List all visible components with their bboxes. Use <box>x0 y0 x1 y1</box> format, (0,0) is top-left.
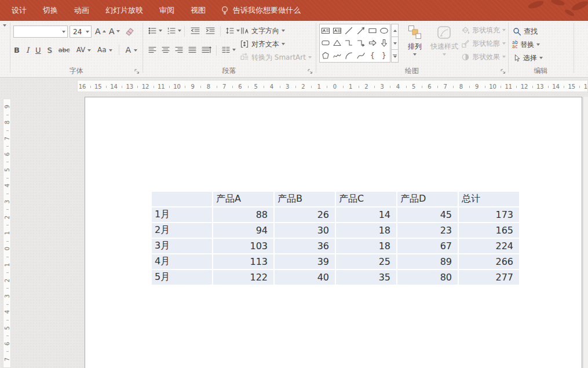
shape-line[interactable] <box>343 24 355 37</box>
table-cell[interactable]: 45 <box>397 207 458 222</box>
table-header-cell[interactable]: 产品A <box>213 192 273 206</box>
table-cell[interactable]: 113 <box>213 254 273 269</box>
table-cell[interactable]: 277 <box>459 270 519 285</box>
arrange-button[interactable]: 排列 <box>402 25 428 56</box>
distribute-text-button[interactable] <box>201 45 211 54</box>
table-header-cell[interactable]: 产品B <box>275 192 335 206</box>
increase-indent-button[interactable] <box>205 26 216 35</box>
table-cell[interactable]: 89 <box>397 254 458 269</box>
vertical-ruler[interactable]: 987654321012345678 <box>3 99 11 368</box>
horizontal-ruler[interactable]: 1615141312111098765432101234567891011121… <box>77 80 588 92</box>
table-cell[interactable]: 173 <box>459 207 519 222</box>
menu-tab-2[interactable]: 切换 <box>35 0 66 21</box>
strikethrough-button[interactable]: abc <box>59 46 70 54</box>
shape-triangle[interactable] <box>331 37 343 50</box>
bold-button[interactable]: B <box>14 46 20 54</box>
align-text-button[interactable]: 对齐文本 <box>240 38 285 50</box>
justify-button[interactable] <box>188 45 197 54</box>
increase-font-size-button[interactable]: A <box>95 27 106 36</box>
shape-brace-right[interactable]: } <box>378 49 390 62</box>
font-dialog-launcher[interactable] <box>134 69 140 74</box>
quick-styles-button[interactable]: 快速样式 <box>430 25 459 56</box>
character-spacing-button[interactable]: AV <box>76 46 91 54</box>
find-button[interactable]: 查找 <box>513 25 538 37</box>
text-direction-button[interactable]: 文字方向 <box>240 25 285 37</box>
table-row-label[interactable]: 2月 <box>152 223 212 238</box>
font-color-button[interactable]: A <box>126 45 137 54</box>
shape-arrow[interactable] <box>355 24 366 37</box>
shape-curve[interactable] <box>355 49 366 62</box>
tell-me-box[interactable]: 告诉我你想要做什么 <box>221 5 301 16</box>
table-cell[interactable]: 266 <box>459 254 519 269</box>
font-size-combo[interactable]: 24 <box>70 25 92 38</box>
table-row-label[interactable]: 3月 <box>152 239 212 253</box>
align-right-button[interactable] <box>174 45 184 54</box>
table-row-label[interactable]: 1月 <box>152 207 212 222</box>
replace-button[interactable]: ab ac 替换 <box>512 39 540 50</box>
menu-tab-5[interactable]: 审阅 <box>151 0 182 21</box>
change-case-button[interactable]: Aa <box>97 46 112 54</box>
decrease-indent-button[interactable] <box>190 26 200 35</box>
drawing-dialog-launcher[interactable] <box>501 69 506 74</box>
shape-textbox-horizontal[interactable] <box>320 24 331 37</box>
table-cell[interactable]: 35 <box>336 270 396 285</box>
shape-scribble[interactable] <box>331 49 343 62</box>
table-header-cell[interactable]: 总计 <box>459 192 519 206</box>
numbering-button[interactable] <box>167 26 181 35</box>
table-cell[interactable]: 36 <box>275 239 335 253</box>
table-cell[interactable]: 80 <box>397 270 458 285</box>
align-left-button[interactable] <box>148 45 157 54</box>
columns-button[interactable] <box>221 45 236 54</box>
table-cell[interactable]: 88 <box>213 207 273 222</box>
shape-rectangle[interactable] <box>367 24 378 37</box>
ribbon-collapse-caret[interactable] <box>3 24 6 27</box>
table-cell[interactable]: 103 <box>213 239 273 253</box>
shape-arc[interactable] <box>343 49 355 62</box>
table-cell[interactable]: 18 <box>336 223 396 238</box>
menu-tab-6[interactable]: 视图 <box>182 0 214 21</box>
slide-canvas[interactable]: 产品A产品B产品C产品D总计1月882614451732月94301823165… <box>85 97 582 368</box>
shape-elbow-arrow-connector[interactable] <box>355 37 366 50</box>
slide-table[interactable]: 产品A产品B产品C产品D总计1月882614451732月94301823165… <box>152 192 519 285</box>
shape-fill-button[interactable]: 形状填充 <box>461 24 506 36</box>
align-center-button[interactable] <box>161 45 170 54</box>
text-shadow-button[interactable]: S <box>48 46 52 54</box>
shape-oval[interactable] <box>378 24 390 37</box>
font-name-combo[interactable] <box>13 25 68 38</box>
menu-tab-4[interactable]: 幻灯片放映 <box>97 0 151 21</box>
bullets-button[interactable] <box>148 26 162 35</box>
gallery-more-button[interactable] <box>391 50 399 63</box>
table-row-label[interactable]: 4月 <box>152 254 212 269</box>
shape-textbox-vertical[interactable] <box>331 24 343 37</box>
shape-block-arrow-down[interactable] <box>378 37 390 50</box>
table-cell[interactable]: 40 <box>275 270 335 285</box>
menu-tab-3[interactable]: 动画 <box>66 0 97 21</box>
select-button[interactable]: 选择 <box>513 52 543 64</box>
table-cell[interactable]: 67 <box>397 239 458 253</box>
table-cell[interactable]: 18 <box>336 239 396 253</box>
italic-button[interactable]: I <box>26 46 29 54</box>
table-cell[interactable]: 39 <box>275 254 335 269</box>
table-row-label[interactable]: 5月 <box>152 270 212 285</box>
gallery-scroll-up-button[interactable] <box>391 24 399 37</box>
shape-effects-button[interactable]: 形状效果 <box>461 51 506 63</box>
underline-button[interactable]: U <box>35 46 41 54</box>
shape-brace-left[interactable]: { <box>367 49 378 62</box>
shape-rounded-rectangle[interactable] <box>320 37 331 50</box>
table-corner-cell[interactable] <box>152 192 212 206</box>
paragraph-dialog-launcher[interactable] <box>308 69 313 74</box>
table-cell[interactable]: 224 <box>459 239 519 253</box>
convert-to-smartart-button[interactable]: 转换为 SmartArt <box>240 52 312 63</box>
shape-block-arrow-right[interactable] <box>367 37 378 50</box>
gallery-scroll-down-button[interactable] <box>391 37 399 50</box>
table-header-cell[interactable]: 产品D <box>397 192 458 206</box>
table-cell[interactable]: 165 <box>459 223 519 238</box>
table-header-cell[interactable]: 产品C <box>336 192 396 206</box>
table-cell[interactable]: 122 <box>213 270 273 285</box>
clear-formatting-button[interactable] <box>124 25 136 37</box>
shape-freeform[interactable] <box>320 49 331 62</box>
vertical-scrollbar[interactable] <box>583 97 588 368</box>
decrease-font-size-button[interactable]: A <box>109 27 120 36</box>
menu-tab-1[interactable]: 设计 <box>3 0 35 21</box>
table-cell[interactable]: 30 <box>275 223 335 238</box>
